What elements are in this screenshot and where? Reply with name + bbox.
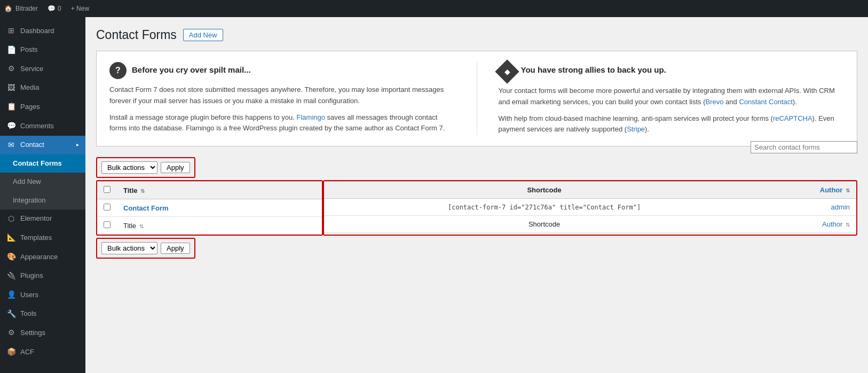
contact-form-link[interactable]: Contact Form [123,204,169,212]
recaptcha-link[interactable]: reCAPTCHA [773,114,812,122]
top-bulk-area: Bulk actions Delete Apply [96,157,857,180]
sidebar-item-label: Posts [20,45,38,55]
layout: ⊞ Dashboard 📄 Posts ⚙ Service 🖼 Media 📋 … [0,17,868,373]
bulk-actions-select-bottom[interactable]: Bulk actions Delete [101,242,157,254]
footer-sort-icon: ⇅ [139,223,144,229]
question-icon: ? [109,62,127,79]
right-table-head: Shortcode Author ⇅ [324,182,856,199]
bulk-apply-button-bottom[interactable]: Apply [161,243,190,254]
info-right-heading: You have strong allies to back you up. [521,64,666,75]
acf-icon: 📦 [6,347,16,358]
shortcode-value: [contact-form-7 id="271c76a" title="Cont… [448,204,641,211]
right-footer-shortcode: Shortcode [324,216,764,233]
table-header-row: Title ⇅ [97,182,322,199]
sidebar-item-label: Users [20,290,38,300]
comment-count: 0 [58,5,61,12]
title-cell: Contact Form [117,199,322,217]
flamingo-link[interactable]: Flamingo [297,113,325,121]
table-row: Contact Form [97,199,322,217]
info-right-text: Your contact forms will become more powe… [499,86,845,135]
sidebar-item-label: Elementor [20,214,52,223]
select-all-checkbox[interactable] [104,186,111,193]
sidebar: ⊞ Dashboard 📄 Posts ⚙ Service 🖼 Media 📋 … [0,17,85,373]
right-footer-author-label: Author [822,220,842,228]
left-table-highlight: Title ⇅ [96,180,323,236]
right-table-row: [contact-form-7 id="271c76a" title="Cont… [324,199,856,216]
brevo-link[interactable]: Brevo [706,98,724,106]
sidebar-item-contact-forms[interactable]: Contact Forms [0,154,85,173]
bottom-bulk-row: Bulk actions Delete Apply [96,238,195,259]
left-bulk-wrapper: Bulk actions Delete Apply [96,157,323,180]
row-checkbox[interactable] [104,204,111,211]
sidebar-item-contact[interactable]: ✉ Contact ▸ [0,136,85,155]
sidebar-item-plugins[interactable]: 🔌 Plugins [0,267,85,286]
topbar-comments[interactable]: 💬 0 [44,5,65,12]
new-label: + New [71,5,89,12]
elementor-icon: ⬡ [6,214,16,224]
contact-icon: ✉ [6,140,16,151]
page-title: Contact Forms [96,28,177,42]
shortcode-header: Shortcode [324,182,764,199]
footer-title-label: Title [123,222,136,230]
table-body: Contact Form Title [97,199,322,235]
footer-row-checkbox[interactable] [104,221,111,228]
sidebar-item-settings[interactable]: ⚙ Settings [0,323,85,343]
sidebar-item-label: Service [20,64,43,74]
checkbox-header [97,182,117,199]
bulk-actions-select-top[interactable]: Bulk actions Delete [101,161,157,174]
info-right-para2: With help from cloud-based machine learn… [499,113,845,136]
sidebar-item-label: Comments [20,121,54,131]
topbar-new[interactable]: + New [71,5,89,12]
footer-title-cell: Title ⇅ [117,217,322,235]
title-header-label: Title [123,187,138,195]
sidebar-item-tools[interactable]: 🔧 Tools [0,305,85,324]
table-outer: Bulk actions Delete Apply [96,157,857,259]
sidebar-item-service[interactable]: ⚙ Service [0,59,85,79]
sidebar-item-appearance[interactable]: 🎨 Appearance [0,247,85,267]
table-cols-wrapper: Title ⇅ [96,180,857,236]
info-divider [477,62,477,135]
sidebar-item-integration[interactable]: Integration [0,191,85,209]
search-input[interactable] [751,141,857,153]
sidebar-item-comments[interactable]: 💬 Comments [0,116,85,136]
right-header-row: Shortcode Author ⇅ [324,182,856,199]
diamond-icon: ◆ [495,59,519,83]
author-header: Author ⇅ [764,182,856,199]
info-left-para1: Contact Form 7 does not store submitted … [109,84,455,107]
info-section-left: ? Before you cry over spilt mail... Cont… [109,62,455,135]
right-table-col: Shortcode Author ⇅ [323,180,857,236]
sidebar-item-label: Appearance [20,252,58,262]
author-header-label: Author [820,186,843,194]
contact-forms-table-left: Title ⇅ [97,181,322,235]
templates-icon: 📐 [6,232,16,243]
add-new-button[interactable]: Add New [183,29,223,41]
shortcode-cell: [contact-form-7 id="271c76a" title="Cont… [324,199,764,216]
title-sort-icon: ⇅ [140,188,145,194]
author-value: admin [831,203,850,211]
sidebar-item-templates[interactable]: 📐 Templates [0,228,85,247]
bulk-apply-button-top[interactable]: Apply [161,162,190,173]
comment-icon: 💬 [48,5,56,12]
settings-icon: ⚙ [6,328,16,338]
stripe-link[interactable]: Stripe [627,125,645,133]
sidebar-item-posts[interactable]: 📄 Posts [0,41,85,60]
constant-contact-link[interactable]: Constant Contact [739,98,792,106]
topbar-logo[interactable]: 🏠 Bitrader [4,5,38,12]
footer-checkbox-cell [97,217,117,235]
media-icon: 🖼 [6,83,16,94]
sidebar-item-label: Pages [20,102,40,112]
sidebar-item-label: ACF [20,347,34,357]
sidebar-item-pages[interactable]: 📋 Pages [0,97,85,116]
title-header: Title ⇅ [117,182,322,199]
sidebar-item-elementor[interactable]: ⬡ Elementor [0,209,85,229]
right-table-body: [contact-form-7 id="271c76a" title="Cont… [324,199,856,233]
sidebar-item-add-new[interactable]: Add New [0,173,85,191]
sidebar-item-label: Tools [20,309,36,318]
sidebar-item-media[interactable]: 🖼 Media [0,79,85,98]
sidebar-item-label: Contact [20,140,44,150]
author-sort-icon: ⇅ [846,188,850,193]
sidebar-item-users[interactable]: 👤 Users [0,285,85,305]
sidebar-item-dashboard[interactable]: ⊞ Dashboard [0,21,85,41]
main-content: Contact Forms Add New ? Before you cry o… [85,17,868,373]
sidebar-item-acf[interactable]: 📦 ACF [0,343,85,362]
